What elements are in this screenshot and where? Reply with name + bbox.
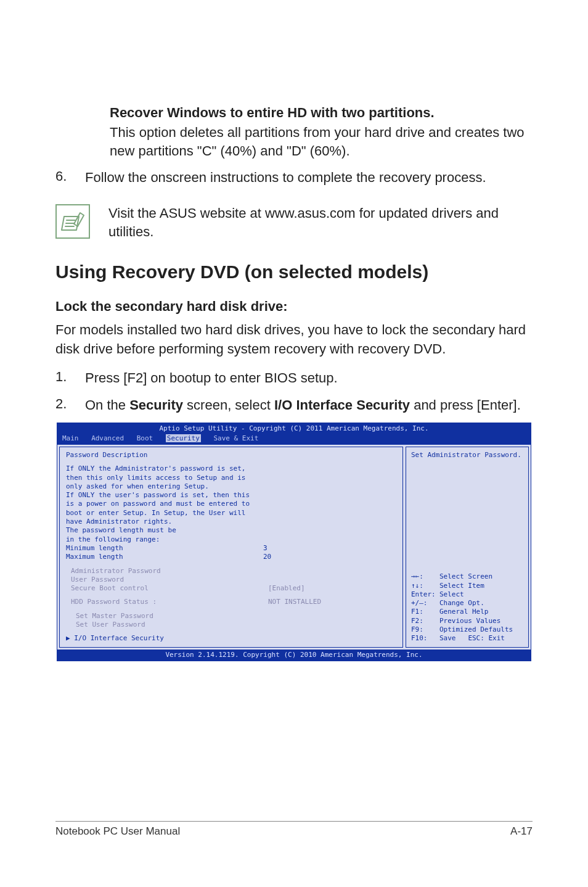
step-1-number: 1. bbox=[55, 369, 85, 387]
bios-key-optimized-defaults: Optimized Defaults bbox=[439, 625, 513, 634]
step-2-bold-2: I/O Interface Security bbox=[274, 397, 410, 413]
bios-footer: Version 2.14.1219. Copyright (C) 2010 Am… bbox=[57, 650, 531, 661]
bios-user-password: User Password bbox=[66, 576, 396, 584]
bios-desc-l1: If ONLY the Administrator's password is … bbox=[66, 464, 396, 473]
bios-password-description: Password Description bbox=[66, 451, 396, 460]
bios-key-enter: Enter: bbox=[411, 590, 439, 599]
step-2-bold-1: Security bbox=[129, 397, 183, 413]
bios-key-select: Select bbox=[439, 590, 464, 599]
bios-io-interface-row: ▶ I/O Interface Security bbox=[66, 634, 396, 643]
bios-title: Aptio Setup Utility - Copyright (C) 2011… bbox=[57, 423, 531, 434]
bios-secure-boot-value: [Enabled] bbox=[268, 584, 305, 593]
bios-left-pane: Password Description If ONLY the Adminis… bbox=[59, 447, 403, 648]
subheading: Lock the secondary hard disk drive: bbox=[55, 299, 533, 315]
footer-right: A-17 bbox=[510, 825, 533, 838]
bios-max-length-value: 20 bbox=[263, 553, 271, 561]
bios-admin-password: Administrator Password bbox=[66, 567, 396, 576]
bios-set-master-password: Set Master Password bbox=[66, 612, 396, 621]
bios-key-f9: F9: bbox=[411, 625, 439, 634]
bios-key-select-item: Select Item bbox=[439, 582, 484, 590]
bios-desc-l3: only asked for when entering Setup. bbox=[66, 482, 396, 491]
bios-set-user-password: Set User Password bbox=[66, 621, 396, 629]
bios-desc-l4: If ONLY the user's password is set, then… bbox=[66, 491, 396, 500]
bios-max-length-label: Maximum length bbox=[66, 553, 263, 561]
bios-key-f10-line: Save ESC: Exit bbox=[439, 634, 505, 643]
step-6-number: 6. bbox=[55, 168, 85, 187]
bios-right-pane: Set Administrator Password. →←:Select Sc… bbox=[406, 447, 529, 648]
recover-option-title: Recover Windows to entire HD with two pa… bbox=[110, 105, 533, 121]
step-2-post: and press [Enter]. bbox=[410, 397, 521, 413]
bios-hdd-status-label: HDD Password Status : bbox=[71, 598, 268, 606]
recover-option-body: This option deletes all partitions from … bbox=[110, 123, 533, 160]
step-1-text: Press [F2] on bootup to enter BIOS setup… bbox=[85, 369, 533, 387]
bios-tabs: Main Advanced Boot Security Save & Exit bbox=[57, 434, 531, 444]
note-text: Visit the ASUS website at www.asus.com f… bbox=[108, 204, 533, 241]
bios-tab-main: Main bbox=[62, 434, 79, 442]
bios-key-plusminus: +/—: bbox=[411, 599, 439, 608]
bios-key-arrows-ud: ↑↓: bbox=[411, 582, 439, 590]
bios-desc-l7: have Administrator rights. bbox=[66, 518, 396, 526]
bios-secure-boot-label: Secure Boot control bbox=[71, 584, 268, 593]
bios-io-interface-security: I/O Interface Security bbox=[74, 634, 164, 642]
bios-key-f1: F1: bbox=[411, 608, 439, 616]
bios-key-change-opt: Change Opt. bbox=[439, 599, 484, 608]
step-6-text: Follow the onscreen instructions to comp… bbox=[85, 168, 533, 187]
step-2-number: 2. bbox=[55, 396, 85, 415]
bios-key-previous-values: Previous Values bbox=[439, 617, 500, 625]
bios-key-general-help: General Help bbox=[439, 608, 488, 616]
bios-min-length-label: Minimum length bbox=[66, 544, 263, 553]
bios-key-save: Save bbox=[439, 634, 456, 642]
step-2-text: On the Security screen, select I/O Inter… bbox=[85, 396, 533, 415]
bios-tab-security: Security bbox=[166, 434, 201, 442]
bios-key-arrows-lr: →←: bbox=[411, 572, 439, 581]
bios-key-f10: F10: bbox=[411, 634, 439, 643]
bios-hdd-status-value: NOT INSTALLED bbox=[268, 598, 321, 606]
bios-help-text: Set Administrator Password. bbox=[411, 451, 523, 460]
bios-tab-boot: Boot bbox=[137, 434, 153, 442]
bios-screenshot: Aptio Setup Utility - Copyright (C) 2011… bbox=[57, 423, 531, 661]
section-title: Using Recovery DVD (on selected models) bbox=[55, 262, 533, 283]
bios-key-f2: F2: bbox=[411, 617, 439, 625]
step-2-pre: On the bbox=[85, 397, 129, 413]
triangle-right-icon: ▶ bbox=[66, 634, 70, 642]
intro-paragraph: For models installed two hard disk drive… bbox=[55, 321, 533, 359]
bios-min-length-value: 3 bbox=[263, 544, 267, 553]
bios-desc-l5: is a power on password and must be enter… bbox=[66, 500, 396, 508]
bios-tab-save: Save & Exit bbox=[213, 434, 258, 442]
step-2-mid: screen, select bbox=[183, 397, 274, 413]
bios-desc-l6: boot or enter Setup. In Setup, the User … bbox=[66, 509, 396, 518]
bios-key-select-screen: Select Screen bbox=[439, 572, 492, 581]
bios-tab-advanced: Advanced bbox=[91, 434, 124, 442]
bios-key-esc: ESC: bbox=[468, 634, 484, 642]
footer-left: Notebook PC User Manual bbox=[55, 825, 180, 838]
bios-desc-l2: then this only limits access to Setup an… bbox=[66, 474, 396, 482]
note-icon bbox=[55, 204, 90, 239]
bios-desc-l8: The password length must be bbox=[66, 526, 396, 535]
bios-key-exit: Exit bbox=[489, 634, 505, 642]
bios-desc-l9: in the following range: bbox=[66, 535, 396, 544]
